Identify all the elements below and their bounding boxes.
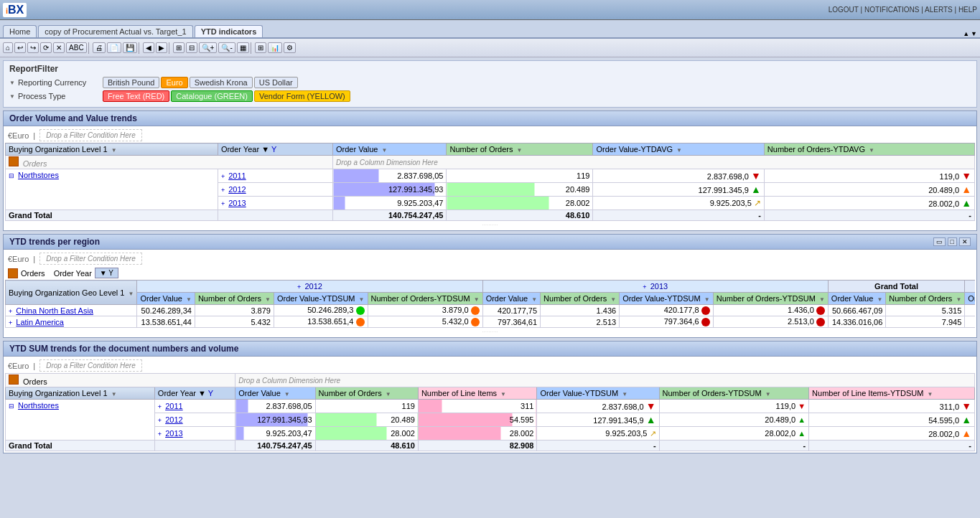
arrow3-up-items-2013: ▲ (961, 428, 971, 439)
col2-order-value-2013[interactable]: Order Value ▼ (482, 293, 540, 305)
china-link[interactable]: China North East Asia (16, 306, 93, 315)
scroll-down-btn[interactable]: ▼ (971, 30, 977, 37)
toolbar-btn-17[interactable]: ⊞ (255, 42, 266, 53)
toolbar-btn-9[interactable]: 💾 (123, 42, 137, 53)
currency-british-pound[interactable]: British Pound (103, 77, 159, 88)
arrow-down-orders-2011: ▼ (961, 170, 971, 182)
section2-minimize[interactable]: ▭ (933, 237, 946, 246)
section2-close[interactable]: ✕ (959, 237, 971, 246)
year-2011-cell[interactable]: + 2011 (218, 169, 332, 183)
ns3-ytdsum-2012: 127.991.345,9 ▲ (537, 413, 659, 427)
grand-total-empty (218, 210, 332, 221)
ns3-ytdsum-orders-2011: 119,0 ▼ (659, 400, 809, 413)
col-ytdavg-value[interactable]: Order Value-YTDAVG ▼ (593, 143, 764, 156)
process-free-text[interactable]: Free Text (RED) (103, 90, 169, 102)
toolbar-btn-16[interactable]: ▦ (237, 42, 249, 53)
col-buying-org[interactable]: Buying Organization Level 1 ▼ (6, 143, 218, 156)
toolbar-btn-1[interactable]: ⌂ (3, 42, 13, 53)
toolbar-btn-15[interactable]: 🔍- (218, 42, 235, 53)
col2-ytdsum-value-2012[interactable]: Order Value-YTDSUM ▼ (274, 293, 368, 305)
northstores-expand[interactable]: ⊟ (9, 172, 14, 179)
col2-num-orders-2013[interactable]: Number of Orders ▼ (541, 293, 620, 305)
col-order-value[interactable]: Order Value ▼ (333, 143, 447, 156)
northstores-link[interactable]: Northstores (18, 171, 59, 179)
ns3-year-2013[interactable]: + 2013 (154, 427, 235, 441)
latin-link[interactable]: Latin America (16, 318, 64, 326)
col3-ytdsum-orders[interactable]: Number of Orders-YTDSUM ▼ (659, 387, 809, 400)
currency-euro[interactable]: Euro (161, 77, 187, 88)
toolbar-btn-4[interactable]: ⟳ (40, 42, 52, 53)
toolbar-btn-10[interactable]: ◀ (143, 42, 154, 53)
arrow-up-ytdavg-2012: ▲ (751, 184, 761, 195)
extra-col (965, 281, 975, 293)
col3-order-year[interactable]: Order Year ▼ Y (154, 387, 235, 400)
col3-ytdsum-value[interactable]: Order Value-YTDSUM ▼ (537, 387, 659, 400)
circle-orange2-latin-2012 (471, 318, 480, 326)
section2-restore[interactable]: □ (948, 237, 957, 246)
orders-2013: 28.002 (447, 197, 593, 210)
ns3-ytdsum-2011: 2.837.698,0 ▼ (537, 400, 659, 413)
grand-total-ytdavg-orders-1: - (764, 210, 974, 221)
china-label: + China North East Asia (6, 305, 137, 316)
section2-orders-label: Orders (21, 269, 45, 278)
section3-table: Orders Drop a Column Dimension Here Buyi… (5, 373, 975, 451)
col-ytdavg-orders[interactable]: Number of Orders-YTDAVG ▼ (764, 143, 974, 156)
toolbar-btn-14[interactable]: 🔍+ (199, 42, 218, 53)
section2-scrollbar[interactable]: ·········· (5, 328, 975, 336)
year-2013-cell[interactable]: + 2013 (218, 197, 332, 210)
scroll-up-btn[interactable]: ▲ (963, 30, 969, 37)
toolbar-btn-11[interactable]: ▶ (156, 42, 167, 53)
col-buying-geo[interactable]: Buying Organization Geo Level 1 ▼ (6, 281, 137, 305)
col2-num-orders-2012[interactable]: Number of Orders ▼ (195, 293, 274, 305)
col3-ytdsum-items[interactable]: Number of Line Items-YTDSUM ▼ (809, 387, 975, 400)
process-vendor-form[interactable]: Vendor Form (YELLOW) (254, 90, 350, 102)
toolbar-btn-19[interactable]: ⚙ (284, 42, 296, 53)
section2-drop-zone[interactable]: Drop a Filter Condition Here (39, 253, 142, 265)
col2-ytdsum-orders-2012[interactable]: Number of Orders-YTDSUM ▼ (368, 293, 482, 305)
section3-meta: €Euro | Drop a Filter Condition Here (5, 358, 975, 373)
section3-drop-zone[interactable]: Drop a Filter Condition Here (39, 359, 142, 372)
currency-us-dollar[interactable]: US Dollar (254, 77, 298, 88)
section1-scrollbar[interactable]: ·········· (5, 221, 975, 229)
col3-num-items[interactable]: Number of Line Items ▼ (418, 387, 537, 400)
toolbar-btn-8[interactable]: 📄 (107, 42, 121, 53)
toolbar-btn-5[interactable]: ✕ (53, 42, 65, 53)
section3-drop-col[interactable]: Drop a Column Dimension Here (235, 374, 975, 387)
ns3-link[interactable]: Northstores (18, 401, 59, 410)
order-year-filter[interactable]: ▼ Y (95, 268, 118, 278)
col3-num-orders[interactable]: Number of Orders ▼ (315, 387, 418, 400)
latin-2013-ytdsum-orders: 2.513,0 (713, 316, 828, 328)
tab-procurement[interactable]: copy of Procurement Actual vs. Target_1 (38, 25, 192, 37)
year-2012-cell[interactable]: + 2012 (218, 183, 332, 197)
section1-drop-zone[interactable]: Drop a Filter Condition Here (39, 129, 142, 141)
col-num-orders[interactable]: Number of Orders ▼ (447, 143, 593, 156)
tab-ytd[interactable]: YTD indicators (195, 25, 263, 37)
ns3-expand[interactable]: ⊟ (9, 402, 14, 410)
toolbar-btn-7[interactable]: 🖨 (93, 42, 106, 53)
currency-swedish-krona[interactable]: Swedish Krona (190, 77, 253, 88)
ns3-year-2012[interactable]: + 2012 (154, 413, 235, 427)
col-order-year[interactable]: Order Year ▼ Y (218, 143, 332, 156)
process-catalogue[interactable]: Catalogue (GREEN) (171, 90, 253, 102)
orders-icon-3 (9, 375, 19, 385)
col3-buying-org[interactable]: Buying Organization Level 1 ▼ (6, 387, 155, 400)
col3-order-value[interactable]: Order Value ▼ (235, 387, 315, 400)
col2-gt-orders[interactable]: Number of Orders ▼ (886, 293, 965, 305)
col2-ytdsum-orders-2013[interactable]: Number of Orders-YTDSUM ▼ (713, 293, 828, 305)
process-type-label: Process Type (9, 92, 103, 100)
toolbar-btn-13[interactable]: ⊟ (186, 42, 197, 53)
toolbar-btn-12[interactable]: ⊞ (173, 42, 185, 53)
toolbar-btn-2[interactable]: ↩ (14, 42, 26, 53)
col2-gt-extra[interactable]: Order ▼ (965, 293, 975, 305)
toolbar-btn-6[interactable]: ABC (66, 42, 87, 53)
toolbar-btn-3[interactable]: ↪ (27, 42, 39, 53)
ns3-ytdsum-orders-2013: 28.002,0 ▲ (659, 427, 809, 441)
ns3-year-2011[interactable]: + 2011 (154, 400, 235, 413)
toolbar-btn-18[interactable]: 📊 (268, 42, 282, 53)
col2-order-value-2012[interactable]: Order Value ▼ (137, 293, 195, 305)
section1-drop-col[interactable]: Drop a Column Dimension Here (333, 156, 975, 169)
latin-gt-extra (965, 316, 975, 328)
tab-home[interactable]: Home (3, 25, 37, 37)
col2-ytdsum-value-2013[interactable]: Order Value-YTDSUM ▼ (620, 293, 714, 305)
col2-gt-value[interactable]: Order Value ▼ (828, 293, 885, 305)
